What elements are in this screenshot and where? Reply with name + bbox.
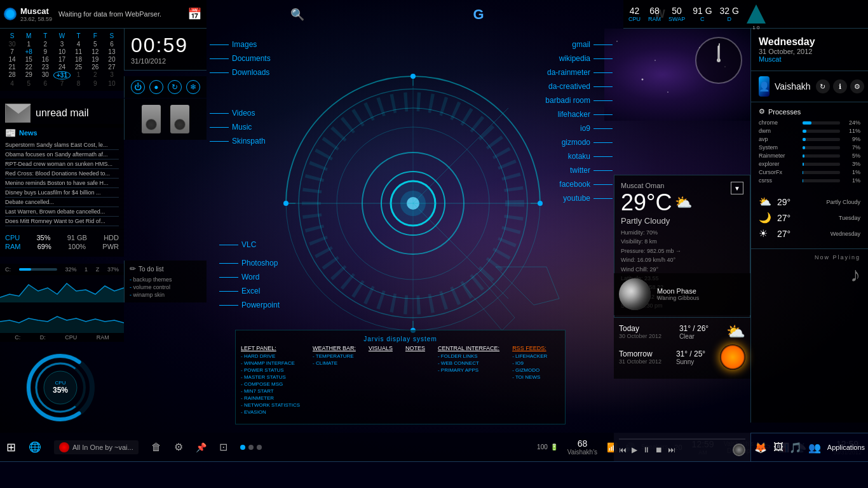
today-weather-icon: ⛅ xyxy=(726,323,745,341)
menu-music[interactable]: Music xyxy=(210,123,271,132)
ram-val-bottom: 68 xyxy=(578,438,588,449)
power-btn[interactable]: ⏻ xyxy=(131,80,145,94)
proc-row-dwm: dwm 11% xyxy=(759,128,860,134)
mail-icon xyxy=(5,104,31,123)
ip-prim: PRIMARY APPS xyxy=(438,367,499,373)
menu-lifehacker[interactable]: lifehacker xyxy=(545,110,613,119)
refresh-user-icon[interactable]: ↻ xyxy=(816,79,830,93)
news-item-4[interactable]: Red Cross: Blood Donations Needed to... xyxy=(5,169,119,179)
right-panel: Wednesday 31 October, 2012 Muscat 👤 Vais… xyxy=(750,29,868,423)
proc-name-explorer: explorer xyxy=(759,161,800,167)
nav-dot-3[interactable] xyxy=(257,445,262,450)
stat-c: 91 G C xyxy=(693,6,712,22)
menu-videos[interactable]: Videos xyxy=(210,109,271,118)
fc-row-2: ☀ 27° Wednesday xyxy=(759,227,860,240)
app-icon-music2[interactable]: 🎵 xyxy=(789,442,802,454)
hdd-val: 100% xyxy=(68,243,86,250)
menu-vlc[interactable]: VLC xyxy=(219,240,280,249)
speaker-left xyxy=(142,105,161,133)
calendar-icon[interactable]: 📅 xyxy=(187,7,201,21)
news-item-3[interactable]: RPT-Dead crew woman on sunken HMS... xyxy=(5,159,119,169)
proc-name-avp: avp xyxy=(759,136,800,142)
menu-downloads[interactable]: Downloads xyxy=(210,68,271,77)
proc-bar-chrome xyxy=(803,121,840,125)
menu-word[interactable]: Word xyxy=(219,273,280,281)
news-item-8[interactable]: Last Warren, Brown debate cancelled... xyxy=(5,207,119,217)
ip-rss-panel: RSS FEEDS: LIFEHACKER IO9 GIZMODO TOI NE… xyxy=(512,345,547,416)
lock-btn[interactable]: ❄ xyxy=(186,80,200,94)
mp-prev-btn[interactable]: ⏮ xyxy=(619,445,627,454)
app-icon-people[interactable]: 👥 xyxy=(808,442,821,454)
mp-controls[interactable]: ⏮ ▶ ⏸ ⏹ ⏭ xyxy=(619,444,745,456)
power-buttons[interactable]: ⏻ ● ↻ ❄ xyxy=(124,76,207,98)
fc-desc-1: Tuesday xyxy=(839,215,860,221)
ip-web: WEB CONNECT xyxy=(438,360,499,366)
proc-name-rainmeter: Rainmeter xyxy=(759,152,800,159)
pin-icon[interactable]: 📌 xyxy=(196,442,207,452)
sleep-btn[interactable]: ● xyxy=(149,80,163,94)
trash-icon[interactable]: 🗑 xyxy=(151,442,161,453)
todo-item-2: volume control xyxy=(130,283,201,291)
news-item-2[interactable]: Obama focuses on Sandy aftermath af... xyxy=(5,150,119,159)
cpu-stat-row: CPU 35% 91 GB HDD xyxy=(5,234,119,241)
nav-dot-2[interactable] xyxy=(248,445,254,450)
app-title: Muscat xyxy=(20,6,52,16)
mp-pause-btn[interactable]: ⏸ xyxy=(642,445,650,454)
menu-photoshop[interactable]: Photoshop xyxy=(219,259,280,268)
settings-icon[interactable]: ⚙ xyxy=(174,441,183,453)
settings-user-icon[interactable]: ⚙ xyxy=(850,79,864,93)
menu-documents[interactable]: Documents xyxy=(210,54,271,63)
menu-wikipedia[interactable]: wikipedia xyxy=(545,54,613,63)
proc-bar-explorer xyxy=(803,163,840,166)
proc-row-explorer: explorer 3% xyxy=(759,161,860,167)
ip-item-ev: EVASION xyxy=(241,409,300,415)
menu-excel[interactable]: Excel xyxy=(219,287,280,295)
weather-desc: Partly Cloudy xyxy=(621,216,692,226)
menu-barbadiroom[interactable]: barbadi room xyxy=(545,96,613,105)
menu-kotaku[interactable]: kotaku xyxy=(545,152,613,161)
browser-bar[interactable]: All In One by ~vai... xyxy=(54,440,139,454)
menu-facebook[interactable]: facebook xyxy=(545,180,613,189)
proc-row-avp: avp 9% xyxy=(759,136,860,142)
app-icon-photo[interactable]: 🖼 xyxy=(773,442,783,453)
menu-darainmeter[interactable]: da-rainmeter xyxy=(545,68,613,77)
mp-next-btn[interactable]: ⏭ xyxy=(668,445,675,454)
menu-youtube[interactable]: youtube xyxy=(545,194,613,203)
user-action-icons[interactable]: ↻ ℹ ⚙ xyxy=(816,79,864,93)
today-sub: 30 October 2012 xyxy=(619,333,661,339)
info-user-icon[interactable]: ℹ xyxy=(833,79,847,93)
nav-dot-1[interactable] xyxy=(240,445,245,450)
start-icon[interactable]: ⊞ xyxy=(6,440,16,454)
news-item-9[interactable]: Does Mitt Romney Want to Get Rid of... xyxy=(5,217,119,226)
menu-images[interactable]: Images xyxy=(210,40,271,49)
menu-gmail[interactable]: gmail xyxy=(545,40,613,49)
weather-close-btn[interactable]: ▼ xyxy=(731,182,743,194)
ip-item-rm: RAINMETER xyxy=(241,395,300,401)
menu-io9[interactable]: io9 xyxy=(545,124,613,133)
svg-text:35%: 35% xyxy=(53,386,68,395)
tomorrow-label-block: Tomorrow 31 October 2012 xyxy=(619,349,661,365)
news-item-1[interactable]: Superstorm Sandy slams East Cost, le... xyxy=(5,140,119,150)
menu-dacreativeved[interactable]: da-creatived xyxy=(545,82,613,91)
expand-icon[interactable]: ⊡ xyxy=(219,441,227,453)
ip-weather-panel: WEATHER BAR: TEMPERATURE CLIMATE xyxy=(313,345,356,416)
mp-play-btn[interactable]: ▶ xyxy=(632,445,637,454)
chrome-icon[interactable]: 🌐 xyxy=(29,441,41,453)
gear-icon: ⚙ xyxy=(759,107,765,116)
refresh-btn[interactable]: ↻ xyxy=(168,80,182,94)
search-btn[interactable]: 🔍 xyxy=(286,3,308,25)
menu-twitter[interactable]: twitter xyxy=(545,166,613,175)
menu-apps: VLC Photoshop Word Excel Powerpoint xyxy=(219,235,280,315)
google-btn[interactable]: G xyxy=(467,3,489,25)
news-item-7[interactable]: Debate cancelled... xyxy=(5,198,119,207)
app-icon-fire[interactable]: 🦊 xyxy=(754,442,767,454)
news-item-6[interactable]: Disney buys Lucasfilm for $4 billion ... xyxy=(5,188,119,198)
menu-gizmodo[interactable]: gizmodo xyxy=(545,138,613,147)
ip-climate: CLIMATE xyxy=(313,360,356,366)
ip-row-1: LEFT PANEL: HARD DRIVE WINAMP INTERFACE … xyxy=(241,345,560,416)
menu-skinspath[interactable]: Skinspath xyxy=(210,137,271,146)
weather-temp: 29°C xyxy=(621,189,672,216)
news-item-5[interactable]: Menino reminds Boston to have safe H... xyxy=(5,179,119,188)
mp-stop-btn[interactable]: ⏹ xyxy=(655,445,663,454)
menu-powerpoint[interactable]: Powerpoint xyxy=(219,301,280,309)
